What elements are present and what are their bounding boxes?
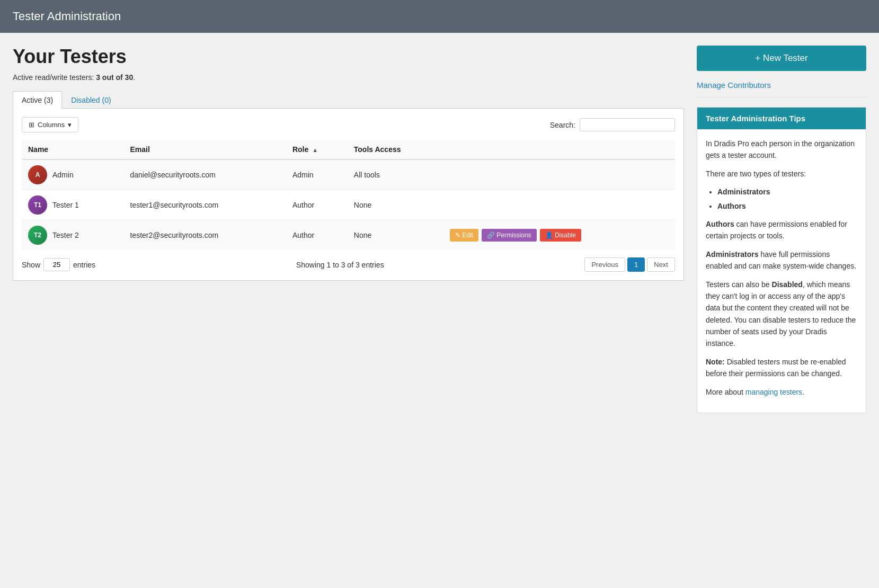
chevron-down-icon: ▾: [68, 121, 72, 129]
cell-tools-access: None: [348, 220, 443, 251]
table-footer: Show entries Showing 1 to 3 of 3 entries…: [22, 257, 675, 272]
manage-contributors-link[interactable]: Manage Contributors: [697, 81, 866, 97]
tips-more: More about managing testers.: [706, 386, 857, 398]
managing-testers-link[interactable]: managing testers: [745, 388, 802, 396]
disable-button[interactable]: 👤 Disable: [540, 229, 581, 242]
tips-type-author: Authors: [717, 200, 857, 212]
cell-role: Admin: [286, 159, 348, 190]
permissions-button[interactable]: 🔗 Permissions: [482, 229, 537, 242]
tips-para5: Testers can also be Disabled, which mean…: [706, 279, 857, 350]
page-1-button[interactable]: 1: [627, 257, 645, 272]
main-content: Your Testers Active read/write testers: …: [13, 46, 684, 413]
tips-para2: There are two types of testers:: [706, 168, 857, 180]
search-area: Search:: [550, 118, 675, 131]
tips-body: In Dradis Pro each person in the organiz…: [697, 129, 866, 413]
sort-icon: ▲: [312, 147, 318, 153]
col-header-name: Name: [22, 140, 124, 159]
cell-role: Author: [286, 220, 348, 251]
col-header-tools: Tools Access: [348, 140, 443, 159]
tips-type-admin: Administrators: [717, 186, 857, 198]
pagination: Previous 1 Next: [584, 257, 675, 272]
avatar-cell: T2 Tester 2: [28, 226, 118, 245]
tips-para4: Administrators have full permissions ena…: [706, 248, 857, 272]
cell-name: T1 Tester 1: [22, 190, 124, 220]
cell-email: daniel@securityroots.com: [124, 159, 286, 190]
tab-disabled[interactable]: Disabled (0): [62, 91, 120, 109]
previous-button[interactable]: Previous: [584, 257, 625, 272]
edit-button[interactable]: ✎ Edit: [450, 229, 478, 242]
sidebar: + New Tester Manage Contributors Tester …: [697, 46, 866, 413]
col-header-role[interactable]: Role ▲: [286, 140, 348, 159]
cell-tools-access: All tools: [348, 159, 443, 190]
active-info: Active read/write testers: 3 out of 30.: [13, 73, 684, 82]
cell-tools-access: None: [348, 190, 443, 220]
table-toolbar: ⊞ Columns ▾ Search:: [22, 117, 675, 132]
cell-email: tester2@securityroots.com: [124, 220, 286, 251]
table-row: T1 Tester 1 tester1@securityroots.comAut…: [22, 190, 675, 220]
avatar-cell: A Admin: [28, 165, 118, 184]
avatar: T2: [28, 226, 47, 245]
tester-name: Admin: [52, 171, 74, 179]
cell-actions[interactable]: ✎ Edit 🔗 Permissions 👤 Disable: [443, 220, 675, 251]
cell-name: T2 Tester 2: [22, 220, 124, 251]
testers-table: Name Email Role ▲ Tools Access A Admin d…: [22, 140, 675, 250]
tips-para1: In Dradis Pro each person in the organiz…: [706, 138, 857, 162]
tester-name: Tester 2: [52, 231, 79, 239]
table-row: A Admin daniel@securityroots.comAdminAll…: [22, 159, 675, 190]
cell-email: tester1@securityroots.com: [124, 190, 286, 220]
avatar: A: [28, 165, 47, 184]
page-title: Tester Administration: [13, 10, 121, 23]
tab-active[interactable]: Active (3): [13, 91, 62, 109]
avatar-cell: T1 Tester 1: [28, 195, 118, 215]
search-input[interactable]: [580, 118, 675, 131]
tips-para3: Authors can have permissions enabled for…: [706, 218, 857, 242]
cell-role: Author: [286, 190, 348, 220]
action-buttons: ✎ Edit 🔗 Permissions 👤 Disable: [450, 229, 669, 242]
cell-name: A Admin: [22, 159, 124, 190]
tips-note: Note: Disabled testers must be re-enable…: [706, 356, 857, 380]
next-button[interactable]: Next: [647, 257, 675, 272]
cell-actions: [443, 190, 675, 220]
tips-header: Tester Administration Tips: [697, 108, 866, 129]
entries-input[interactable]: [43, 258, 70, 271]
table-header-row: Name Email Role ▲ Tools Access: [22, 140, 675, 159]
showing-text: Showing 1 to 3 of 3 entries: [296, 261, 384, 269]
show-entries: Show entries: [22, 258, 95, 271]
page-header: Tester Administration: [0, 0, 879, 33]
table-row: T2 Tester 2 tester2@securityroots.comAut…: [22, 220, 675, 251]
tabs: Active (3) Disabled (0): [13, 91, 684, 109]
avatar: T1: [28, 195, 47, 215]
col-header-email: Email: [124, 140, 286, 159]
cell-actions: [443, 159, 675, 190]
table-card: ⊞ Columns ▾ Search: Name Email Role: [13, 109, 684, 281]
tester-name: Tester 1: [52, 201, 79, 209]
tips-types-list: Administrators Authors: [717, 186, 857, 212]
page-heading: Your Testers: [13, 46, 684, 68]
columns-button[interactable]: ⊞ Columns ▾: [22, 117, 78, 132]
col-header-actions: [443, 140, 675, 159]
columns-icon: ⊞: [29, 121, 34, 129]
tips-panel: Tester Administration Tips In Dradis Pro…: [697, 107, 866, 413]
new-tester-button[interactable]: + New Tester: [697, 46, 866, 71]
search-label: Search:: [550, 121, 575, 129]
